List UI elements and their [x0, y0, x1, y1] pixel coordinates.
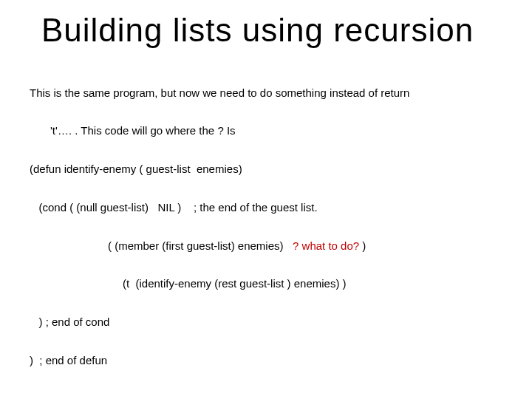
slide-title: Building lists using recursion [30, 13, 502, 47]
code-line-2: (cond ( (null guest-list) NIL ) ; the en… [30, 201, 502, 214]
slide: Building lists using recursion This is t… [0, 0, 532, 399]
code-line-4: (t (identify-enemy (rest guest-list ) en… [30, 277, 502, 290]
code-line-5: ) ; end of cond [30, 316, 502, 328]
code-line-1: (defun identify-enemy ( guest-list enemi… [30, 163, 502, 175]
slide-body: This is the same program, but now we nee… [30, 61, 502, 399]
code-line-3: ( (member (first guest-list) enemies) ? … [30, 239, 502, 252]
intro-line-2: 't'…. . This code will go where the ? Is [30, 124, 502, 137]
code-line-3-highlight: ? what to do? [293, 239, 362, 252]
code-line-6: ) ; end of defun [30, 354, 502, 366]
code-line-3a: ( (member (first guest-list) enemies) [108, 239, 293, 252]
code-line-3c: ) [362, 239, 366, 252]
spacer [30, 392, 502, 399]
intro-line-1: This is the same program, but now we nee… [30, 86, 502, 99]
